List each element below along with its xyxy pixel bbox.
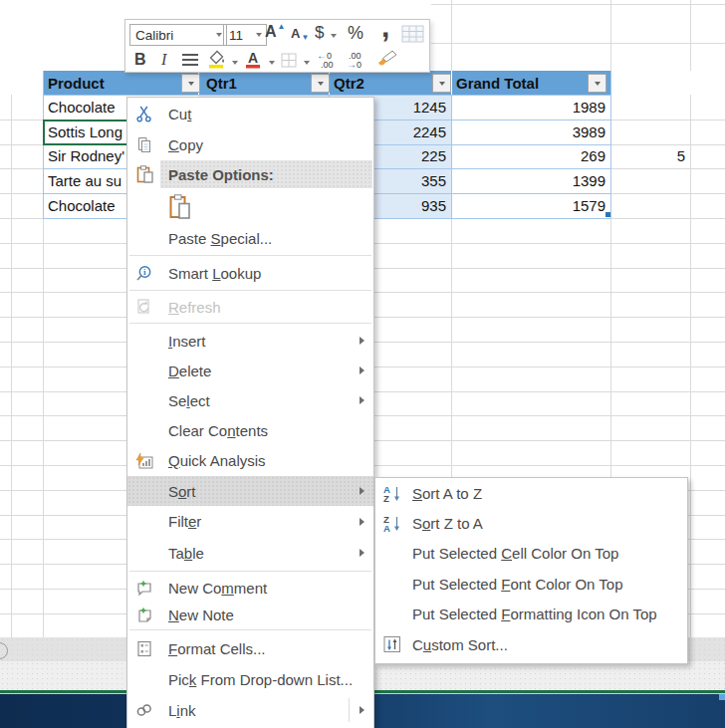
cell-product[interactable]: Tarte au su — [48, 168, 121, 193]
gridline — [43, 218, 44, 637]
link-icon — [133, 699, 155, 721]
fill-color-button[interactable] — [208, 50, 227, 69]
gridline — [0, 120, 43, 121]
filter-dropdown-grand-total[interactable] — [588, 74, 606, 93]
gridline — [451, 0, 452, 71]
menu-item-delete[interactable]: Delete — [127, 356, 373, 385]
bold-button[interactable]: B — [134, 51, 146, 69]
menu-item-format-cells[interactable]: Format Cells... — [127, 632, 373, 664]
cell-grand-total[interactable]: 3989 — [498, 120, 605, 144]
fill-color-dropdown[interactable] — [232, 61, 238, 65]
cell-grand-total[interactable]: 269 — [498, 144, 605, 169]
menu-item-link[interactable]: Link — [127, 694, 373, 726]
border-grid-button[interactable] — [281, 53, 297, 68]
submenu-item-label: Sort A to Z — [412, 485, 482, 502]
menu-item-new-note[interactable]: New Note — [127, 602, 373, 627]
cell-product[interactable]: Chocolate — [48, 95, 116, 120]
filter-dropdown-product[interactable] — [181, 74, 200, 93]
menu-item-filter[interactable]: Filter — [127, 506, 373, 537]
cell-grand-total[interactable]: 1579 — [498, 193, 605, 218]
percent-style-button[interactable]: % — [348, 23, 363, 44]
menu-item-cut[interactable]: Cut — [127, 98, 373, 129]
font-color-dropdown[interactable] — [269, 61, 275, 65]
quick-icon — [133, 450, 155, 472]
menu-item-quick-analysis[interactable]: Quick Analysis — [127, 445, 373, 476]
comma-style-button[interactable]: , — [380, 27, 394, 49]
menu-item-label: Paste Options: — [168, 166, 274, 183]
filter-dropdown-qtr1[interactable] — [311, 74, 330, 93]
chevron-down-icon[interactable] — [256, 33, 262, 37]
chevron-down-icon — [318, 82, 324, 86]
split-divider — [349, 698, 350, 722]
menu-item-insert[interactable]: Insert — [127, 326, 373, 356]
submenu-item-label: Custom Sort... — [412, 636, 508, 653]
sortaz-icon: AZ — [381, 482, 403, 504]
menu-item-label: Quick Analysis — [168, 452, 266, 469]
submenu-arrow-icon — [360, 337, 364, 345]
menu-item-label: Copy — [168, 136, 203, 153]
menu-item-label: Cut — [168, 106, 191, 122]
paste-option-button[interactable] — [127, 189, 373, 223]
format-table-icon[interactable] — [401, 25, 424, 43]
menu-separator — [129, 323, 371, 324]
menu-item-pick-from-drop-down-list[interactable]: Pick From Drop-down List... — [127, 664, 373, 694]
down-caret-icon: ▼ — [301, 33, 309, 42]
submenu-item-label: Put Selected Font Color On Top — [412, 576, 623, 593]
decrease-font-size-button[interactable]: A▼ — [291, 26, 308, 41]
italic-button[interactable]: I — [161, 51, 166, 69]
menu-item-sort[interactable]: Sort — [127, 476, 373, 506]
font-name-combo[interactable]: Calibri — [129, 24, 227, 46]
taskbar-item-sliver[interactable] — [719, 694, 725, 700]
accounting-dropdown[interactable] — [331, 34, 337, 38]
menu-item-smart-lookup[interactable]: iSmart Lookup — [127, 258, 373, 288]
cell-grand-total[interactable]: 1989 — [498, 95, 605, 120]
gridline — [610, 0, 611, 71]
font-size-combo[interactable]: 11 — [223, 24, 267, 46]
submenu-item-custom-sort[interactable]: Custom Sort... — [375, 629, 687, 659]
menu-item-refresh[interactable]: Refresh — [127, 293, 373, 321]
menu-item-label: Clear Contents — [168, 422, 268, 439]
menu-item-table[interactable]: Table — [127, 537, 373, 569]
menu-item-copy[interactable]: Copy — [127, 129, 373, 159]
refresh-icon — [133, 296, 155, 318]
submenu-item-put-selected-cell-color-on-top[interactable]: Put Selected Cell Color On Top — [375, 539, 687, 569]
submenu-item-sort-z-to-a[interactable]: ZASort Z to A — [375, 508, 687, 538]
submenu-arrow-icon — [360, 487, 364, 495]
format-painter-button[interactable] — [377, 50, 397, 68]
menu-item-label: Paste Special... — [168, 230, 272, 247]
font-color-button[interactable]: A — [245, 50, 262, 69]
gridline — [610, 193, 725, 194]
submenu-item-label: Sort Z to A — [412, 515, 483, 532]
border-grid-dropdown[interactable] — [304, 61, 310, 65]
table-resize-handle[interactable] — [605, 212, 610, 217]
menu-item-label: Link — [168, 702, 196, 719]
chevron-down-icon — [439, 82, 445, 86]
chevron-down-icon[interactable] — [216, 33, 222, 37]
menu-item-paste-special[interactable]: Paste Special... — [127, 223, 373, 253]
menu-item-paste-options[interactable]: Paste Options: — [127, 159, 373, 189]
submenu-arrow-icon — [360, 396, 364, 404]
cell-grand-total[interactable]: 1399 — [498, 168, 605, 193]
menu-item-select[interactable]: Select — [127, 385, 373, 415]
decrease-decimal-button[interactable]: ←0.00 — [316, 51, 342, 69]
menu-item-new-comment[interactable]: New Comment — [127, 574, 373, 602]
submenu-item-sort-a-to-z[interactable]: AZSort A to Z — [375, 478, 687, 508]
gridline — [690, 0, 691, 71]
accounting-format-button[interactable]: $ — [315, 23, 324, 43]
svg-text:A: A — [383, 523, 390, 533]
submenu-arrow-icon — [360, 549, 364, 557]
increase-font-size-button[interactable]: A▲ — [265, 23, 284, 41]
submenu-item-put-selected-formatting-icon-on-top[interactable]: Put Selected Formatting Icon On Top — [375, 600, 687, 629]
cell-product[interactable]: Chocolate — [48, 193, 116, 218]
cell-extra[interactable]: 5 — [617, 144, 685, 169]
submenu-item-put-selected-font-color-on-top[interactable]: Put Selected Font Color On Top — [375, 569, 687, 599]
gridline — [11, 95, 12, 637]
borders-button[interactable] — [182, 53, 198, 67]
comma-glyph: , — [381, 27, 389, 43]
menu-item-clear-contents[interactable]: Clear Contents — [127, 415, 373, 445]
comment-icon — [133, 577, 155, 599]
cell-product[interactable]: Sir Rodney' — [48, 144, 124, 169]
increase-decimal-button[interactable]: .00→0 — [346, 51, 371, 69]
gridline — [0, 144, 43, 145]
filter-dropdown-qtr2[interactable] — [432, 74, 451, 93]
